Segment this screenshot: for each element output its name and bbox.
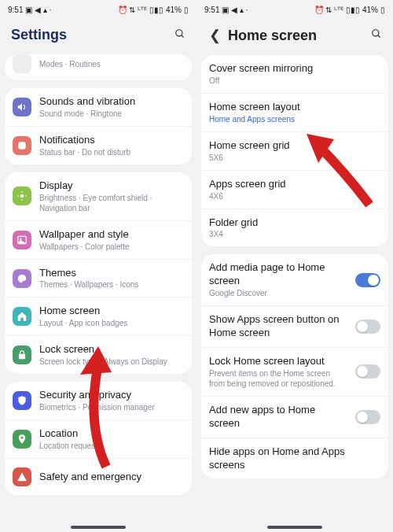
- status-icons-right: ⏰ ⇅ ᴸᵀᴱ ▯▮▯: [118, 6, 163, 14]
- header-right: ❮ Home screen: [196, 19, 393, 55]
- battery-icon: ▯: [380, 6, 385, 14]
- toggle-switch[interactable]: [355, 410, 380, 424]
- settings-row[interactable]: Lock Home screen layoutPrevent items on …: [201, 348, 388, 397]
- settings-row[interactable]: LocationLocation requests: [5, 420, 192, 459]
- svg-point-9: [20, 238, 21, 239]
- svg-point-0: [176, 29, 182, 35]
- row-title: Lock screen: [39, 343, 184, 357]
- toggle-switch[interactable]: [355, 320, 380, 334]
- sound-icon: [13, 98, 31, 116]
- row-title: Security and privacy: [39, 389, 184, 402]
- clock: 9:51: [8, 6, 23, 14]
- svg-point-3: [20, 194, 24, 198]
- header-left: Settings: [0, 19, 196, 54]
- row-subtitle: Sound mode · Ringtone: [39, 109, 184, 119]
- row-title: Display: [39, 179, 184, 193]
- row-title: Home screen grid: [209, 139, 380, 153]
- home-indicator[interactable]: [267, 526, 322, 529]
- settings-group: Modes · Routines: [5, 54, 192, 80]
- toggle-switch[interactable]: [355, 273, 380, 287]
- svg-point-13: [373, 30, 379, 36]
- settings-row[interactable]: Hide apps on Home and Apps screens: [201, 438, 388, 479]
- settings-row[interactable]: Cover screen mirroringOff: [201, 55, 388, 94]
- row-subtitle: 4X6: [209, 191, 380, 201]
- settings-row[interactable]: Safety and emergency: [5, 459, 192, 495]
- row-subtitle: Brightness · Eye comfort shield · Naviga…: [39, 193, 184, 213]
- settings-row[interactable]: Add new apps to Home screen: [201, 397, 388, 438]
- clock: 9:51: [204, 6, 219, 14]
- settings-row[interactable]: Add media page to Home screenGoogle Disc…: [201, 254, 388, 306]
- row-subtitle: Biometrics · Permission manager: [39, 402, 184, 412]
- status-bar: 9:51 ▣ ◀ ▴ · ⏰ ⇅ ᴸᵀᴱ ▯▮▯ 41% ▯: [0, 0, 196, 19]
- row-subtitle: 3X4: [209, 229, 380, 239]
- settings-row[interactable]: DisplayBrightness · Eye comfort shield ·…: [5, 172, 192, 221]
- settings-row[interactable]: Wallpaper and styleWallpapers · Color pa…: [5, 221, 192, 260]
- row-subtitle: Home and Apps screens: [209, 114, 380, 124]
- back-button[interactable]: ❮: [208, 27, 222, 44]
- row-subtitle: Location requests: [39, 441, 184, 451]
- settings-row[interactable]: Lock screenScreen lock type · Always on …: [5, 336, 192, 374]
- battery-pct: 41%: [362, 6, 378, 14]
- status-icons-left: ▣ ◀ ▴ ·: [25, 6, 51, 14]
- row-subtitle: Layout · App icon badges: [39, 318, 184, 328]
- settings-group: Add media page to Home screenGoogle Disc…: [201, 254, 388, 478]
- settings-row[interactable]: Home screen grid5X6: [201, 132, 388, 171]
- row-subtitle: Google Discover: [209, 288, 347, 298]
- row-title: Home screen layout: [209, 101, 380, 114]
- row-title: Apps screen grid: [209, 178, 380, 191]
- svg-rect-2: [18, 142, 25, 149]
- row-title: Safety and emergency: [39, 471, 184, 484]
- settings-group: Sounds and vibrationSound mode · Rington…: [5, 88, 192, 164]
- status-icons-right: ⏰ ⇅ ᴸᵀᴱ ▯▮▯: [314, 6, 360, 14]
- row-title: Add new apps to Home screen: [209, 404, 347, 430]
- location-icon: [13, 430, 31, 449]
- search-icon[interactable]: [174, 28, 185, 42]
- row-subtitle: Status bar · Do not disturb: [39, 147, 184, 157]
- settings-row[interactable]: Folder grid3X4: [201, 209, 388, 247]
- row-subtitle: Off: [209, 76, 380, 86]
- row-subtitle: 5X6: [209, 153, 380, 163]
- settings-row[interactable]: NotificationsStatus bar · Do not disturb: [5, 127, 192, 164]
- settings-row[interactable]: Security and privacyBiometrics · Permiss…: [5, 382, 192, 420]
- settings-row[interactable]: ThemesThemes · Wallpapers · Icons: [5, 260, 192, 298]
- svg-line-1: [182, 35, 184, 37]
- settings-row[interactable]: Modes · Routines: [5, 54, 192, 80]
- row-title: Add media page to Home screen: [209, 261, 347, 288]
- status-icons-left: ▣ ◀ ▴ ·: [222, 6, 248, 14]
- row-title: Hide apps on Home and Apps screens: [209, 445, 380, 472]
- status-bar: 9:51 ▣ ◀ ▴ · ⏰ ⇅ ᴸᵀᴱ ▯▮▯ 41% ▯: [196, 0, 393, 19]
- row-title: Show Apps screen button on Home screen: [209, 313, 347, 340]
- row-title: Lock Home screen layout: [209, 355, 347, 368]
- row-subtitle: Wallpapers · Color palette: [39, 242, 184, 252]
- settings-group: Security and privacyBiometrics · Permiss…: [5, 382, 192, 495]
- row-subtitle: Screen lock type · Always on Display: [39, 357, 184, 367]
- page-title: Settings: [11, 27, 168, 43]
- settings-list[interactable]: Modes · RoutinesSounds and vibrationSoun…: [0, 54, 196, 532]
- row-title: Cover screen mirroring: [209, 62, 380, 76]
- home-icon: [13, 307, 31, 326]
- settings-row[interactable]: Show Apps screen button on Home screen: [201, 306, 388, 348]
- homescreen-list[interactable]: Cover screen mirroringOffHome screen lay…: [196, 55, 393, 532]
- row-title: Location: [39, 427, 184, 441]
- settings-row[interactable]: Apps screen grid4X6: [201, 171, 388, 209]
- settings-row[interactable]: Home screen layoutHome and Apps screens: [201, 94, 388, 132]
- row-title: Folder grid: [209, 216, 380, 230]
- notif-icon: [13, 136, 31, 155]
- row-title: Themes: [39, 267, 184, 280]
- svg-point-11: [21, 437, 24, 439]
- toggle-switch[interactable]: [355, 364, 380, 379]
- row-subtitle: Prevent items on the Home screen from be…: [209, 368, 347, 389]
- svg-rect-10: [19, 354, 25, 359]
- settings-row[interactable]: Home screenLayout · App icon badges: [5, 297, 192, 336]
- row-title: Notifications: [39, 134, 184, 147]
- settings-group: DisplayBrightness · Eye comfort shield ·…: [5, 172, 192, 374]
- settings-row[interactable]: Sounds and vibrationSound mode · Rington…: [5, 88, 192, 127]
- search-icon[interactable]: [371, 28, 382, 42]
- home-indicator[interactable]: [71, 526, 126, 529]
- themes-icon: [13, 269, 31, 288]
- row-title: Wallpaper and style: [39, 228, 184, 242]
- modes-icon: [13, 54, 31, 73]
- homescreen-pane: 9:51 ▣ ◀ ▴ · ⏰ ⇅ ᴸᵀᴱ ▯▮▯ 41% ▯ ❮ Home sc…: [196, 0, 393, 532]
- display-icon: [13, 187, 31, 205]
- page-title: Home screen: [228, 28, 365, 44]
